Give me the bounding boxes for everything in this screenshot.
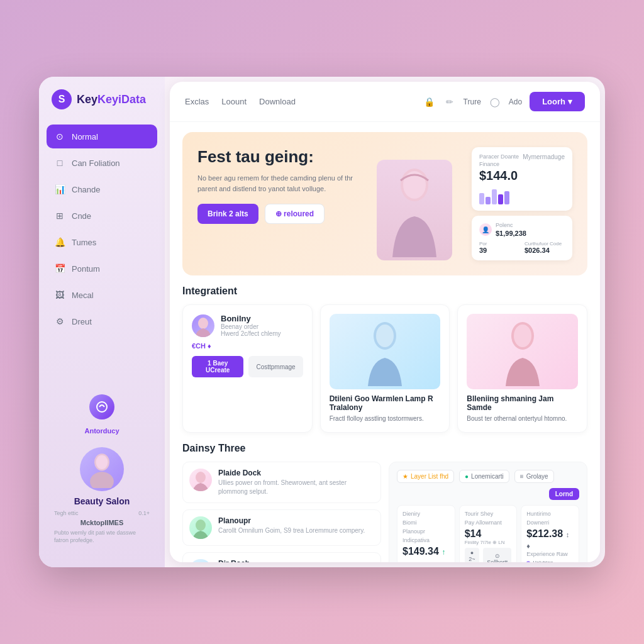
dir-item-2: Planoupr Carollt Omnilum Goim, S9 trea L…: [182, 509, 381, 546]
sidebar-item-mecal[interactable]: 🖼 Mecal: [47, 283, 157, 307]
sidebar: S KeyKeyiData ⊙ Normal □ Can Foliation 📊…: [39, 77, 165, 567]
sidebar-item-cnde-label: Cnde: [72, 211, 91, 221]
integration-1-btn1[interactable]: 1 Baey UCreate: [192, 356, 243, 377]
sidebar-item-chande[interactable]: 📊 Chande: [47, 177, 157, 201]
lock-icon[interactable]: 🔒: [423, 96, 436, 108]
sidebar-item-normal[interactable]: ⊙ Normal: [47, 125, 157, 148]
dash-label-btn[interactable]: Lornd: [549, 488, 579, 500]
profile-business-name: Beauty Salon: [54, 496, 150, 506]
nav-download[interactable]: Download: [259, 97, 296, 106]
hero-stat-credit: Curthufuor Code $026.34: [525, 241, 565, 254]
dash-card-1-sublabel: Biomi: [402, 519, 450, 526]
cnde-icon: ⊞: [54, 210, 65, 221]
hero-secondary-btn[interactable]: ⊕ reloured: [265, 204, 325, 224]
nav-exclas[interactable]: Exclas: [185, 97, 209, 106]
integration-1-btn2[interactable]: Costtpmmage: [248, 356, 303, 377]
dash-action-2[interactable]: ⊙ Sellbortt: [483, 548, 511, 562]
normal-icon: ⊙: [54, 131, 65, 142]
logo-text: KeyKeyiData: [77, 93, 146, 106]
integration-card-3: Blleniing shmaning Jam Samde Boust ter o…: [457, 304, 587, 433]
svg-point-0: [97, 402, 107, 412]
edit-icon[interactable]: ✏: [443, 96, 456, 108]
trure-link[interactable]: Trure: [464, 97, 481, 106]
dir-avatar-3: [189, 559, 212, 562]
hero-stat-row: Por 39 Curthufuor Code $026.34: [479, 241, 565, 254]
integration-3-desc: Boust ter othernal ontertyul htomno.: [467, 414, 578, 423]
dash-action-1[interactable]: ● 2~ ●: [465, 548, 480, 562]
dash-filter-3[interactable]: ≡ Grolaye: [514, 470, 554, 483]
dash-card-2: Tourir Shey Pay Allowmant $14 Finility 7…: [459, 505, 518, 562]
chande-icon: 📊: [54, 184, 65, 195]
svg-point-10: [514, 325, 531, 347]
hero-subtitle: No beer agu remem for thede camding plen…: [197, 173, 357, 194]
hero-section: Fest tau geing: No beer agu remem for th…: [182, 132, 587, 275]
can-foliation-icon: □: [54, 157, 65, 169]
integration-1-sub: Beenay order: [221, 323, 281, 330]
hero-mini-chart: [479, 186, 565, 204]
hero-stat-count-label: Por: [479, 241, 519, 247]
sidebar-item-dreut-label: Dreut: [72, 317, 92, 326]
sidebar-item-mecal-label: Mecal: [72, 291, 94, 300]
login-button[interactable]: Loorh ▾: [530, 92, 585, 111]
nav-loount[interactable]: Loount: [221, 97, 247, 106]
dir-name-2: Planoupr: [218, 516, 365, 525]
integration-2-title: Dtileni Goo Warmlen Lamp R Tralalony: [330, 394, 441, 412]
integration-3-person: [467, 314, 578, 389]
profile-section: Beauty Salon Tegh ettic 0.1+ McktopIIMES…: [49, 447, 155, 545]
sidebar-item-can-foliation[interactable]: □ Can Foliation: [47, 151, 157, 175]
sidebar-item-tumes-label: Tumes: [72, 238, 96, 247]
antorducy-icon[interactable]: [89, 394, 114, 419]
profile-username: McktopIIMES: [54, 519, 150, 526]
integrations-title: Integratient: [182, 286, 587, 297]
ado-link[interactable]: Ado: [509, 97, 522, 106]
sidebar-item-normal-label: Normal: [72, 132, 98, 142]
app-container: S KeyKeyiData ⊙ Normal □ Can Foliation 📊…: [39, 77, 605, 567]
integration-card-2: Dtileni Goo Warmlen Lamp R Tralalony Fra…: [320, 304, 450, 433]
dash-action-row: ● 2~ ● ⊙ Sellbortt: [465, 548, 512, 562]
svg-point-12: [196, 519, 206, 531]
antorducy-label: Antorducy: [85, 427, 119, 435]
top-nav-links: Exclas Loount Download: [185, 97, 408, 106]
dash-card-2-sublabel: Pay Allowmant: [465, 519, 512, 526]
sidebar-item-tumes[interactable]: 🔔 Tumes: [47, 230, 157, 254]
dash-card-1-label: Dieniry: [402, 511, 450, 517]
hero-image: [367, 147, 462, 260]
hero-stat-main-value: $144.0: [479, 169, 565, 183]
integration-3-title: Blleniing shmaning Jam Samde: [467, 394, 578, 412]
dash-filter-2[interactable]: ● Lonemicarti: [459, 470, 509, 483]
dash-card-3-value: $212.38 ↕ ♦: [526, 528, 574, 551]
directory-section: Dainsy Three Plaide Dock Ullies power on…: [182, 443, 587, 562]
hero-stat-credit-label: Curthufuor Code: [525, 241, 565, 247]
dash-card-2-label: Tourir Shey: [465, 511, 512, 517]
activity-dot-1: [526, 561, 530, 563]
pontum-icon: 📅: [54, 263, 65, 274]
integration-1-avatar: [192, 314, 214, 337]
hero-stat-secondary: 👤 Polenc $1,99,238 Por 39 Curthufuor Cod…: [472, 216, 572, 260]
svg-point-6: [198, 318, 208, 329]
integration-1-detail: Hwerd 2c/fect chlemy: [221, 330, 281, 337]
hero-stats: Paracer Doante Finance Mymermaduge $144.…: [472, 147, 572, 260]
sidebar-item-cnde[interactable]: ⊞ Cnde: [47, 204, 157, 228]
hero-buttons: Brink 2 alts ⊕ reloured: [197, 204, 357, 224]
dir-item-1: Plaide Dock Ullies power on fromt. Shewr…: [182, 462, 381, 503]
hero-stat-main-sub: Finance: [479, 161, 519, 167]
dir-desc-2: Carollt Omnilum Goim, S9 trea Loremmure …: [218, 526, 365, 535]
hero-title: Fest tau geing:: [197, 147, 357, 167]
hero-stat-badge: Mymermaduge: [523, 153, 565, 160]
dir-avatar-1: [189, 469, 212, 491]
sidebar-nav: ⊙ Normal □ Can Foliation 📊 Chande ⊞ Cnde…: [39, 125, 165, 384]
integration-1-price: €CH ♦: [192, 342, 303, 350]
hero-stat-credit-value: $026.34: [525, 247, 565, 254]
profile-info-row: Tegh ettic 0.1+: [54, 510, 150, 516]
dash-filter-1[interactable]: ★ Layer List fhd: [397, 470, 454, 483]
sidebar-item-pontum-label: Pontum: [72, 264, 100, 274]
hero-stat-main: Paracer Doante Finance Mymermaduge $144.…: [472, 147, 572, 211]
sidebar-item-dreut[interactable]: ⚙ Dreut: [47, 309, 157, 333]
logo: S KeyKeyiData: [39, 89, 165, 125]
mecal-icon: 🖼: [54, 289, 65, 301]
directory-grid: Plaide Dock Ullies power on fromt. Shewr…: [182, 462, 587, 562]
sidebar-item-pontum[interactable]: 📅 Pontum: [47, 257, 157, 280]
dir-name-1: Plaide Dock: [218, 469, 374, 477]
hero-content: Fest tau geing: No beer agu remem for th…: [197, 147, 357, 260]
hero-primary-btn[interactable]: Brink 2 alts: [197, 204, 258, 224]
